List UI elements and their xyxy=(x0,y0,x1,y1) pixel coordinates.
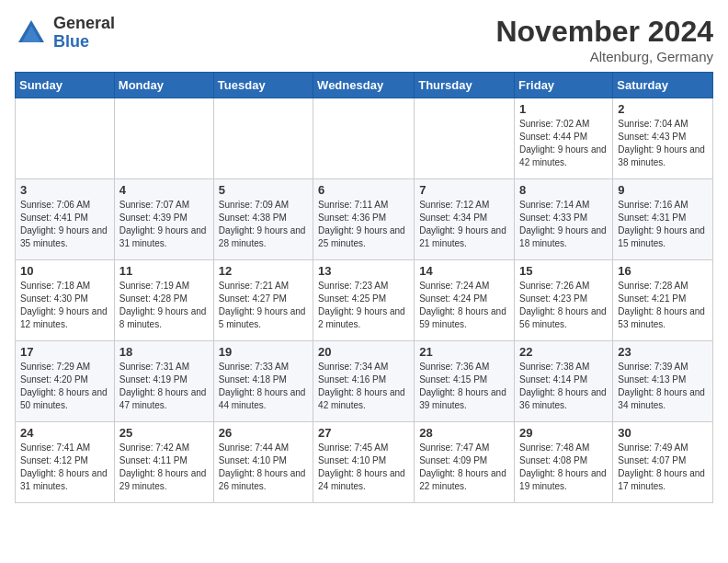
day-info: Sunrise: 7:23 AM Sunset: 4:25 PM Dayligh… xyxy=(318,280,409,331)
day-number: 5 xyxy=(219,183,308,197)
day-number: 30 xyxy=(618,426,708,440)
calendar-cell: 1Sunrise: 7:02 AM Sunset: 4:44 PM Daylig… xyxy=(515,98,613,179)
calendar-table: SundayMondayTuesdayWednesdayThursdayFrid… xyxy=(15,72,713,503)
calendar-cell: 19Sunrise: 7:33 AM Sunset: 4:18 PM Dayli… xyxy=(213,341,313,422)
day-number: 26 xyxy=(219,426,308,440)
logo-text: General Blue xyxy=(53,15,115,52)
day-info: Sunrise: 7:21 AM Sunset: 4:27 PM Dayligh… xyxy=(219,280,308,331)
calendar-cell xyxy=(114,98,213,179)
day-number: 21 xyxy=(419,345,509,359)
calendar-week-row: 10Sunrise: 7:18 AM Sunset: 4:30 PM Dayli… xyxy=(16,260,713,341)
day-number: 14 xyxy=(419,264,509,278)
day-info: Sunrise: 7:18 AM Sunset: 4:30 PM Dayligh… xyxy=(20,280,109,331)
day-number: 29 xyxy=(519,426,608,440)
day-number: 3 xyxy=(20,183,109,197)
day-info: Sunrise: 7:24 AM Sunset: 4:24 PM Dayligh… xyxy=(419,280,509,331)
calendar-cell: 22Sunrise: 7:38 AM Sunset: 4:14 PM Dayli… xyxy=(515,341,613,422)
day-number: 9 xyxy=(618,183,708,197)
calendar-cell xyxy=(213,98,313,179)
calendar-cell: 26Sunrise: 7:44 AM Sunset: 4:10 PM Dayli… xyxy=(213,422,313,503)
day-info: Sunrise: 7:11 AM Sunset: 4:36 PM Dayligh… xyxy=(318,199,409,250)
day-info: Sunrise: 7:34 AM Sunset: 4:16 PM Dayligh… xyxy=(318,361,409,412)
day-number: 17 xyxy=(20,345,109,359)
day-number: 24 xyxy=(20,426,109,440)
calendar-cell: 5Sunrise: 7:09 AM Sunset: 4:38 PM Daylig… xyxy=(213,179,313,260)
day-info: Sunrise: 7:19 AM Sunset: 4:28 PM Dayligh… xyxy=(119,280,209,331)
calendar-cell: 4Sunrise: 7:07 AM Sunset: 4:39 PM Daylig… xyxy=(114,179,213,260)
calendar-cell: 8Sunrise: 7:14 AM Sunset: 4:33 PM Daylig… xyxy=(515,179,613,260)
day-info: Sunrise: 7:39 AM Sunset: 4:13 PM Dayligh… xyxy=(618,361,708,412)
weekday-header: Thursday xyxy=(415,73,515,98)
calendar-cell: 9Sunrise: 7:16 AM Sunset: 4:31 PM Daylig… xyxy=(613,179,713,260)
day-number: 15 xyxy=(519,264,608,278)
logo-general: General xyxy=(53,15,115,33)
calendar-cell: 10Sunrise: 7:18 AM Sunset: 4:30 PM Dayli… xyxy=(16,260,115,341)
calendar-cell: 24Sunrise: 7:41 AM Sunset: 4:12 PM Dayli… xyxy=(16,422,115,503)
calendar-cell xyxy=(313,98,415,179)
weekday-header: Friday xyxy=(515,73,613,98)
calendar-week-row: 17Sunrise: 7:29 AM Sunset: 4:20 PM Dayli… xyxy=(16,341,713,422)
calendar-cell: 13Sunrise: 7:23 AM Sunset: 4:25 PM Dayli… xyxy=(313,260,415,341)
day-info: Sunrise: 7:26 AM Sunset: 4:23 PM Dayligh… xyxy=(519,280,608,331)
calendar-cell: 16Sunrise: 7:28 AM Sunset: 4:21 PM Dayli… xyxy=(613,260,713,341)
day-number: 6 xyxy=(318,183,409,197)
calendar-cell: 18Sunrise: 7:31 AM Sunset: 4:19 PM Dayli… xyxy=(114,341,213,422)
calendar-cell: 25Sunrise: 7:42 AM Sunset: 4:11 PM Dayli… xyxy=(114,422,213,503)
day-number: 22 xyxy=(519,345,608,359)
calendar-cell: 23Sunrise: 7:39 AM Sunset: 4:13 PM Dayli… xyxy=(613,341,713,422)
calendar-cell: 12Sunrise: 7:21 AM Sunset: 4:27 PM Dayli… xyxy=(213,260,313,341)
day-info: Sunrise: 7:31 AM Sunset: 4:19 PM Dayligh… xyxy=(119,361,209,412)
day-number: 25 xyxy=(119,426,209,440)
day-info: Sunrise: 7:06 AM Sunset: 4:41 PM Dayligh… xyxy=(20,199,109,250)
calendar-cell: 17Sunrise: 7:29 AM Sunset: 4:20 PM Dayli… xyxy=(16,341,115,422)
day-number: 16 xyxy=(618,264,708,278)
calendar-cell: 15Sunrise: 7:26 AM Sunset: 4:23 PM Dayli… xyxy=(515,260,613,341)
day-number: 10 xyxy=(20,264,109,278)
day-number: 12 xyxy=(219,264,308,278)
calendar-cell: 2Sunrise: 7:04 AM Sunset: 4:43 PM Daylig… xyxy=(613,98,713,179)
calendar-cell: 27Sunrise: 7:45 AM Sunset: 4:10 PM Dayli… xyxy=(313,422,415,503)
weekday-header: Monday xyxy=(114,73,213,98)
day-info: Sunrise: 7:07 AM Sunset: 4:39 PM Dayligh… xyxy=(119,199,209,250)
calendar-cell: 20Sunrise: 7:34 AM Sunset: 4:16 PM Dayli… xyxy=(313,341,415,422)
calendar-cell: 14Sunrise: 7:24 AM Sunset: 4:24 PM Dayli… xyxy=(415,260,515,341)
day-info: Sunrise: 7:44 AM Sunset: 4:10 PM Dayligh… xyxy=(219,442,308,493)
day-number: 11 xyxy=(119,264,209,278)
day-number: 4 xyxy=(119,183,209,197)
day-info: Sunrise: 7:47 AM Sunset: 4:09 PM Dayligh… xyxy=(419,442,509,493)
day-info: Sunrise: 7:49 AM Sunset: 4:07 PM Dayligh… xyxy=(618,442,708,493)
day-number: 13 xyxy=(318,264,409,278)
calendar-cell xyxy=(16,98,115,179)
calendar-cell: 30Sunrise: 7:49 AM Sunset: 4:07 PM Dayli… xyxy=(613,422,713,503)
day-info: Sunrise: 7:02 AM Sunset: 4:44 PM Dayligh… xyxy=(519,118,608,169)
month-title: November 2024 xyxy=(495,15,713,49)
weekday-header: Tuesday xyxy=(213,73,313,98)
calendar-cell xyxy=(415,98,515,179)
day-number: 28 xyxy=(419,426,509,440)
day-number: 7 xyxy=(419,183,509,197)
calendar-week-row: 1Sunrise: 7:02 AM Sunset: 4:44 PM Daylig… xyxy=(16,98,713,179)
calendar-cell: 11Sunrise: 7:19 AM Sunset: 4:28 PM Dayli… xyxy=(114,260,213,341)
calendar-cell: 6Sunrise: 7:11 AM Sunset: 4:36 PM Daylig… xyxy=(313,179,415,260)
calendar-cell: 28Sunrise: 7:47 AM Sunset: 4:09 PM Dayli… xyxy=(415,422,515,503)
day-number: 2 xyxy=(618,102,708,116)
day-info: Sunrise: 7:48 AM Sunset: 4:08 PM Dayligh… xyxy=(519,442,608,493)
weekday-header: Sunday xyxy=(16,73,115,98)
day-number: 18 xyxy=(119,345,209,359)
logo: General Blue xyxy=(15,15,115,52)
page-header: General Blue November 2024 Altenburg, Ge… xyxy=(15,15,713,64)
day-number: 23 xyxy=(618,345,708,359)
calendar-week-row: 3Sunrise: 7:06 AM Sunset: 4:41 PM Daylig… xyxy=(16,179,713,260)
day-info: Sunrise: 7:38 AM Sunset: 4:14 PM Dayligh… xyxy=(519,361,608,412)
location: Altenburg, Germany xyxy=(495,49,713,64)
day-info: Sunrise: 7:45 AM Sunset: 4:10 PM Dayligh… xyxy=(318,442,409,493)
day-info: Sunrise: 7:36 AM Sunset: 4:15 PM Dayligh… xyxy=(419,361,509,412)
day-number: 20 xyxy=(318,345,409,359)
day-number: 27 xyxy=(318,426,409,440)
logo-blue: Blue xyxy=(53,33,115,52)
calendar-cell: 21Sunrise: 7:36 AM Sunset: 4:15 PM Dayli… xyxy=(415,341,515,422)
title-block: November 2024 Altenburg, Germany xyxy=(495,15,713,64)
day-number: 19 xyxy=(219,345,308,359)
day-number: 8 xyxy=(519,183,608,197)
day-info: Sunrise: 7:33 AM Sunset: 4:18 PM Dayligh… xyxy=(219,361,308,412)
